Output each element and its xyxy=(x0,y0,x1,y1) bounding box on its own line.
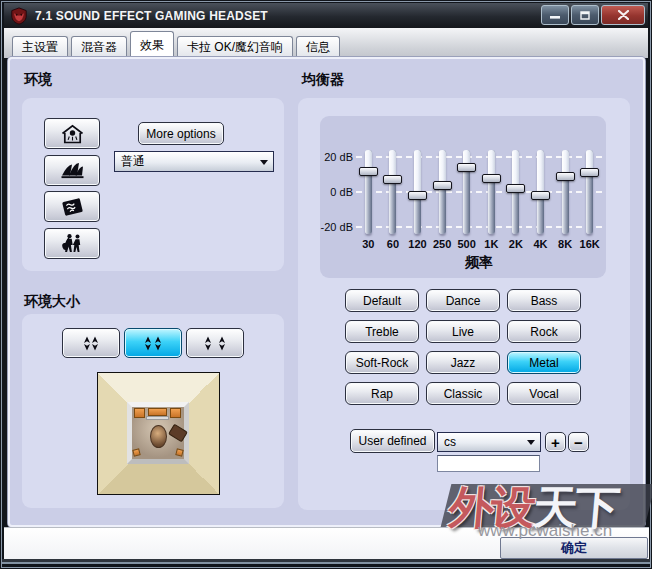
speaker-front-right xyxy=(170,408,181,418)
close-button[interactable] xyxy=(601,5,645,25)
speaker-rear-right xyxy=(175,448,183,456)
equalizer-heading: 均衡器 xyxy=(302,71,344,89)
minimize-icon xyxy=(550,11,560,19)
eq-slider-thumb[interactable] xyxy=(506,184,525,193)
chevron-down-icon xyxy=(527,440,535,449)
preset-treble-button[interactable]: Treble xyxy=(345,320,419,343)
speaker-front-left xyxy=(134,408,145,418)
frequency-axis-label: 频率 xyxy=(356,254,602,272)
preset-soft-rock-button[interactable]: Soft-Rock xyxy=(345,351,419,374)
app-logo-icon xyxy=(10,7,28,25)
preset-jazz-button[interactable]: Jazz xyxy=(426,351,500,374)
tab-bar: 主设置混音器效果卡拉 OK/魔幻音响信息 xyxy=(4,28,648,58)
eq-slider-thumb[interactable] xyxy=(433,181,452,190)
eq-slider-thumb[interactable] xyxy=(482,174,501,183)
effects-tab-page: 环境 More options 普通 环境大小 xyxy=(8,57,645,527)
eq-slider-thumb[interactable] xyxy=(580,168,599,177)
environment-panel: More options 普通 xyxy=(22,98,284,271)
minimize-button[interactable] xyxy=(541,5,569,25)
eq-frequency-label: 16K xyxy=(573,238,607,250)
preset-default-button[interactable]: Default xyxy=(345,289,419,312)
preset-bass-button[interactable]: Bass xyxy=(507,289,581,312)
eq-slider-track-upper xyxy=(512,150,519,189)
preset-rap-button[interactable]: Rap xyxy=(345,382,419,405)
eq-slider-thumb[interactable] xyxy=(457,163,476,172)
room-size-small-button[interactable] xyxy=(62,328,120,358)
eq-slider-thumb[interactable] xyxy=(383,175,402,184)
resize-arrows-icon xyxy=(76,336,106,351)
preset-name-input[interactable] xyxy=(437,455,540,472)
eq-db-tick-label: -20 dB xyxy=(320,221,353,233)
equalizer-sliders-area: 频率 20 dB0 dB-20 dB30601202505001K2K4K8K1… xyxy=(320,116,606,278)
app-window: 7.1 SOUND EFFECT GAMING HEADSET 主设置混音器效果… xyxy=(0,0,652,569)
preset-vocal-button[interactable]: Vocal xyxy=(507,382,581,405)
user-defined-button[interactable]: User defined xyxy=(350,429,435,453)
eq-slider-thumb[interactable] xyxy=(531,191,550,200)
environment-stage-button[interactable] xyxy=(44,228,100,259)
tab-karaoke[interactable]: 卡拉 OK/魔幻音响 xyxy=(177,36,293,58)
title-bar: 7.1 SOUND EFFECT GAMING HEADSET xyxy=(4,3,648,28)
environment-select[interactable]: 普通 xyxy=(114,151,274,172)
ok-button[interactable]: 确定 xyxy=(500,537,648,559)
resize-arrows-icon xyxy=(138,336,168,351)
eq-slider-thumb[interactable] xyxy=(359,167,378,176)
speaker-center-stand xyxy=(146,416,169,420)
chevron-down-icon xyxy=(260,160,268,169)
close-icon xyxy=(618,10,629,20)
environment-size-heading: 环境大小 xyxy=(24,293,80,311)
eq-db-tick-label: 0 dB xyxy=(320,186,353,198)
tab-mixer[interactable]: 混音器 xyxy=(71,36,127,58)
preset-rock-button[interactable]: Rock xyxy=(507,320,581,343)
environment-concert-hall-button[interactable] xyxy=(44,155,100,186)
side-table xyxy=(168,424,188,443)
maximize-button[interactable] xyxy=(571,5,599,25)
room-floor xyxy=(127,402,189,464)
remove-preset-button[interactable]: − xyxy=(568,432,589,452)
underwater-icon xyxy=(59,197,86,217)
eq-slider-thumb[interactable] xyxy=(408,191,427,200)
resize-arrows-icon xyxy=(200,336,230,351)
preset-metal-button[interactable]: Metal xyxy=(507,351,581,374)
window-bottom-frame xyxy=(2,559,650,567)
eq-db-tick-label: 20 dB xyxy=(320,151,353,163)
speaker-rear-left xyxy=(132,448,140,456)
speaker-center xyxy=(148,408,167,416)
bathroom-icon xyxy=(59,124,86,144)
more-options-button[interactable]: More options xyxy=(138,122,224,145)
window-title: 7.1 SOUND EFFECT GAMING HEADSET xyxy=(35,9,268,23)
stage-icon xyxy=(59,233,86,253)
environment-bathroom-button[interactable] xyxy=(44,118,100,149)
preset-dance-button[interactable]: Dance xyxy=(426,289,500,312)
user-preset-select-value: cs xyxy=(444,435,456,449)
eq-slider-track-upper xyxy=(439,150,446,185)
preset-live-button[interactable]: Live xyxy=(426,320,500,343)
maximize-icon xyxy=(580,11,590,20)
preset-classic-button[interactable]: Classic xyxy=(426,382,500,405)
environment-underwater-button[interactable] xyxy=(44,191,100,222)
add-preset-button[interactable]: + xyxy=(545,432,566,452)
user-preset-select[interactable]: cs xyxy=(437,432,541,452)
footer-bar: 确定 xyxy=(4,527,649,559)
environment-select-value: 普通 xyxy=(121,153,145,170)
eq-slider-track-upper xyxy=(414,150,421,196)
tab-main-settings[interactable]: 主设置 xyxy=(12,36,68,58)
room-size-large-button[interactable] xyxy=(186,328,244,358)
room-size-medium-button[interactable] xyxy=(124,328,182,358)
environment-heading: 环境 xyxy=(24,71,52,89)
tab-effects[interactable]: 效果 xyxy=(130,31,174,58)
environment-size-panel xyxy=(22,314,284,508)
eq-slider-thumb[interactable] xyxy=(556,172,575,181)
room-preview-image xyxy=(97,372,220,495)
concert-hall-icon xyxy=(59,160,86,180)
listener-head xyxy=(150,425,167,448)
tab-information[interactable]: 信息 xyxy=(296,36,340,58)
eq-slider-track-upper xyxy=(537,150,544,196)
